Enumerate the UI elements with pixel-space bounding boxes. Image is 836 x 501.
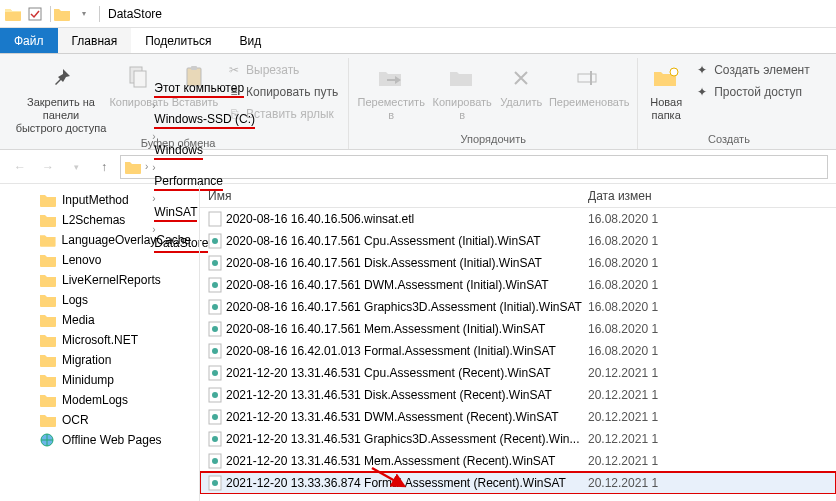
tab-home[interactable]: Главная: [58, 28, 132, 53]
rename-icon: [573, 62, 605, 94]
file-icon: [208, 453, 226, 469]
ribbon-tabs: Файл Главная Поделиться Вид: [0, 28, 836, 54]
svg-point-27: [212, 414, 218, 420]
pin-button[interactable]: Закрепить на панели быстрого доступа: [14, 58, 108, 135]
svg-point-17: [212, 304, 218, 310]
folder-icon: [4, 5, 22, 23]
svg-rect-0: [29, 8, 41, 20]
delete-icon: [505, 62, 537, 94]
tab-file[interactable]: Файл: [0, 28, 58, 53]
new-folder-button[interactable]: Новая папка: [644, 58, 688, 131]
address-bar[interactable]: › Этот компьютер›Windows-SSD (C:)›Window…: [120, 155, 828, 179]
file-icon: [208, 409, 226, 425]
chevron-right-icon[interactable]: ›: [143, 161, 150, 172]
file-icon: [208, 255, 226, 271]
group-organize-label: Упорядочить: [460, 131, 525, 149]
save-icon[interactable]: [26, 5, 44, 23]
chevron-down-icon[interactable]: ▾: [75, 5, 93, 23]
svg-point-33: [212, 480, 218, 486]
cut-button[interactable]: ✂Вырезать: [222, 60, 342, 80]
file-row[interactable]: 2020-08-16 16.40.17.561 DWM.Assessment (…: [200, 274, 836, 296]
copy-to-button[interactable]: Копировать в: [429, 58, 495, 131]
tree-item[interactable]: L2Schemas: [0, 210, 199, 230]
file-row[interactable]: 2021-12-20 13.31.46.531 Mem.Assessment (…: [200, 450, 836, 472]
file-row[interactable]: 2021-12-20 13.31.46.531 Disk.Assessment …: [200, 384, 836, 406]
svg-rect-5: [578, 74, 596, 82]
chevron-right-icon[interactable]: ›: [150, 131, 157, 142]
tree-item[interactable]: Migration: [0, 350, 199, 370]
file-row[interactable]: 2020-08-16 16.40.17.561 Graphics3D.Asses…: [200, 296, 836, 318]
nav-forward-button[interactable]: →: [36, 155, 60, 179]
nav-back-button[interactable]: ←: [8, 155, 32, 179]
file-icon: [208, 277, 226, 293]
chevron-right-icon[interactable]: ›: [150, 162, 157, 173]
new-folder-icon: [650, 62, 682, 94]
nav-recent-button[interactable]: ▾: [64, 155, 88, 179]
tree-item[interactable]: LanguageOverlayCache: [0, 230, 199, 250]
content-area: InputMethodL2SchemasLanguageOverlayCache…: [0, 184, 836, 501]
delete-button[interactable]: Удалить: [497, 58, 545, 131]
svg-point-13: [212, 260, 218, 266]
tree-item[interactable]: Media: [0, 310, 199, 330]
window-title: DataStore: [108, 7, 162, 21]
svg-point-21: [212, 348, 218, 354]
svg-point-19: [212, 326, 218, 332]
rename-button[interactable]: Переименовать: [547, 58, 631, 131]
folder-icon: [123, 160, 143, 174]
file-row[interactable]: 2020-08-16 16.42.01.013 Formal.Assessmen…: [200, 340, 836, 362]
file-row[interactable]: 2021-12-20 13.33.36.874 Formal.Assessmen…: [200, 472, 836, 494]
breadcrumb-item[interactable]: Windows: [150, 143, 259, 160]
scissors-icon: ✂: [226, 62, 242, 78]
tree-item[interactable]: Offline Web Pages: [0, 430, 199, 450]
folder-tree[interactable]: InputMethodL2SchemasLanguageOverlayCache…: [0, 184, 200, 501]
tree-item[interactable]: Lenovo: [0, 250, 199, 270]
tree-item[interactable]: Minidump: [0, 370, 199, 390]
file-icon: [208, 299, 226, 315]
breadcrumb-item[interactable]: Windows-SSD (C:): [150, 112, 259, 129]
title-bar: ▾ DataStore: [0, 0, 836, 28]
svg-rect-6: [590, 71, 592, 85]
file-icon: [208, 365, 226, 381]
breadcrumb-item[interactable]: Этот компьютер: [150, 81, 259, 98]
column-date[interactable]: Дата измен: [588, 189, 836, 203]
svg-point-31: [212, 458, 218, 464]
file-row[interactable]: 2020-08-16 16.40.17.561 Cpu.Assessment (…: [200, 230, 836, 252]
svg-rect-2: [134, 71, 146, 87]
file-row[interactable]: 2021-12-20 13.31.46.531 Graphics3D.Asses…: [200, 428, 836, 450]
svg-point-29: [212, 436, 218, 442]
file-row[interactable]: 2020-08-16 16.40.17.561 Disk.Assessment …: [200, 252, 836, 274]
tree-item[interactable]: OCR: [0, 410, 199, 430]
file-icon: [208, 431, 226, 447]
file-row[interactable]: 2021-12-20 13.31.46.531 Cpu.Assessment (…: [200, 362, 836, 384]
file-row[interactable]: 2020-08-16 16.40.16.506.winsat.etl16.08.…: [200, 208, 836, 230]
svg-rect-4: [191, 66, 197, 70]
new-item-button[interactable]: ✦Создать элемент: [690, 60, 814, 80]
tree-item[interactable]: Microsoft.NET: [0, 330, 199, 350]
column-name[interactable]: Имя: [208, 189, 588, 203]
tree-item[interactable]: ModemLogs: [0, 390, 199, 410]
tab-share[interactable]: Поделиться: [131, 28, 225, 53]
tree-item[interactable]: LiveKernelReports: [0, 270, 199, 290]
location-bar: ← → ▾ ↑ › Этот компьютер›Windows-SSD (C:…: [0, 150, 836, 184]
svg-point-15: [212, 282, 218, 288]
tree-item[interactable]: Logs: [0, 290, 199, 310]
file-icon: [208, 321, 226, 337]
column-headers[interactable]: Имя Дата измен: [200, 184, 836, 208]
copyto-icon: [446, 62, 478, 94]
file-icon: [208, 343, 226, 359]
move-to-button[interactable]: Переместить в: [355, 58, 427, 131]
file-icon: [208, 211, 226, 227]
move-icon: [375, 62, 407, 94]
file-icon: [208, 387, 226, 403]
tab-view[interactable]: Вид: [225, 28, 275, 53]
svg-point-7: [670, 68, 678, 76]
file-row[interactable]: 2021-12-20 13.31.46.531 DWM.Assessment (…: [200, 406, 836, 428]
nav-up-button[interactable]: ↑: [92, 155, 116, 179]
svg-point-11: [212, 238, 218, 244]
tree-item[interactable]: InputMethod: [0, 190, 199, 210]
svg-rect-9: [209, 212, 221, 226]
svg-point-23: [212, 370, 218, 376]
chevron-right-icon[interactable]: ›: [150, 100, 157, 111]
easy-access-button[interactable]: ✦Простой доступ: [690, 82, 814, 102]
file-row[interactable]: 2020-08-16 16.40.17.561 Mem.Assessment (…: [200, 318, 836, 340]
